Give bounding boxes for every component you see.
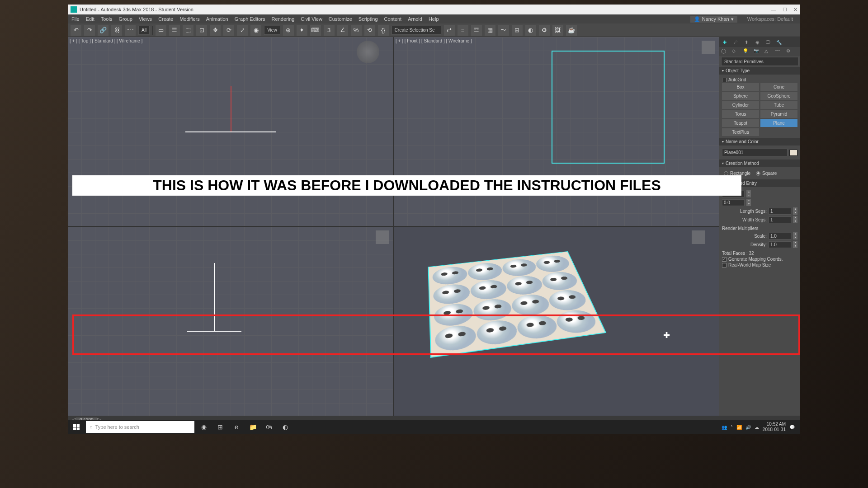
spinner-down[interactable]: ▾ [746, 202, 751, 206]
create-tab[interactable]: ✚ [721, 38, 728, 46]
clock[interactable]: 10:52 AM 2018-01-31 [763, 422, 786, 432]
link-button[interactable]: 🔗 [98, 25, 108, 36]
plane-wireframe[interactable] [552, 51, 665, 164]
geometry-subtab[interactable]: ◯ [721, 48, 727, 55]
creation-method-rollout[interactable]: Creation Method [719, 160, 800, 167]
start-button[interactable] [70, 421, 83, 433]
network-icon[interactable]: 📶 [736, 425, 742, 430]
select-name-button[interactable]: ☰ [169, 25, 180, 36]
category-dropdown[interactable]: Standard Primitives [721, 57, 798, 66]
cylinder-button[interactable]: Cylinder [722, 101, 759, 109]
box-button[interactable]: Box [722, 83, 759, 91]
workspace-selector[interactable]: Workspaces: Default [744, 16, 797, 22]
redo-button[interactable]: ↷ [84, 25, 95, 36]
menu-graph-editors[interactable]: Graph Editors [235, 16, 265, 22]
edit-selection-button[interactable]: {} [378, 25, 389, 36]
name-color-rollout[interactable]: Name and Color [719, 138, 800, 145]
onedrive-icon[interactable]: ☁ [755, 425, 759, 430]
schematic-view-button[interactable]: ⊞ [512, 25, 523, 36]
named-selection-set[interactable]: Create Selection Se [392, 26, 441, 35]
gen-mapping-checkbox[interactable]: ✓ [722, 257, 726, 262]
autogrid-checkbox[interactable] [722, 78, 726, 82]
teapot-button[interactable]: Teapot [722, 119, 759, 127]
tube-button[interactable]: Tube [760, 101, 797, 109]
spinner-down[interactable]: ▾ [746, 194, 751, 197]
scale-button[interactable]: ⤢ [237, 25, 248, 36]
textplus-button[interactable]: TextPlus [722, 128, 759, 136]
window-titlebar[interactable]: Untitled - Autodesk 3ds Max 2018 - Stude… [68, 5, 800, 14]
menu-scripting[interactable]: Scripting [359, 16, 378, 22]
object-name-input[interactable] [722, 149, 788, 156]
lights-subtab[interactable]: 💡 [743, 48, 749, 55]
menu-file[interactable]: File [71, 16, 80, 22]
viewcube[interactable] [357, 41, 379, 63]
menu-create[interactable]: Create [158, 16, 173, 22]
curve-editor-button[interactable]: 〜 [498, 25, 509, 36]
selection-filter[interactable]: All [138, 26, 150, 35]
store-icon[interactable]: 🛍 [262, 421, 276, 433]
cameras-subtab[interactable]: 📷 [754, 48, 760, 55]
viewcube[interactable] [692, 230, 705, 244]
search-box[interactable]: ○ Type here to search [86, 421, 194, 433]
sphere-button[interactable]: Sphere [722, 92, 759, 100]
shapes-subtab[interactable]: ◇ [732, 48, 738, 55]
placement-button[interactable]: ◉ [250, 25, 261, 36]
menu-tools[interactable]: Tools [101, 16, 113, 22]
spare-input-b[interactable] [722, 199, 745, 206]
torus-button[interactable]: Torus [722, 110, 759, 118]
menu-help[interactable]: Help [429, 16, 439, 22]
render-frame-button[interactable]: 🖼 [552, 25, 563, 36]
close-button[interactable]: ✕ [793, 7, 797, 13]
ref-coord-system[interactable]: View [264, 26, 280, 35]
menu-arnold[interactable]: Arnold [408, 16, 422, 22]
spinner-snap-button[interactable]: ⟲ [364, 25, 375, 36]
modify-tab[interactable]: ☄ [732, 38, 739, 46]
viewport-top[interactable]: [ + ] [ Top ] [ Standard ] [ Wireframe ] [68, 37, 393, 226]
toggle-ribbon-button[interactable]: ▦ [485, 25, 495, 36]
people-icon[interactable]: 👥 [722, 425, 727, 430]
user-menu[interactable]: 👤 Nancy Khan ▾ [690, 16, 737, 23]
angle-snap-button[interactable]: ∠ [337, 25, 348, 36]
tray-expand-icon[interactable]: ˄ [731, 425, 733, 430]
plane-button[interactable]: Plane [760, 119, 797, 127]
menu-views[interactable]: Views [139, 16, 152, 22]
select-button[interactable]: ▭ [156, 25, 166, 36]
bind-button[interactable]: 〰 [125, 25, 136, 36]
chrome-icon[interactable]: ◐ [278, 421, 292, 433]
undo-button[interactable]: ↶ [71, 25, 81, 36]
mirror-button[interactable]: ⇄ [444, 25, 455, 36]
percent-snap-button[interactable]: % [351, 25, 362, 36]
spinner-up[interactable]: ▴ [793, 241, 797, 244]
systems-subtab[interactable]: ⚙ [786, 48, 793, 55]
length-segs-input[interactable] [769, 208, 791, 215]
rect-select-button[interactable]: ⬚ [183, 25, 193, 36]
unlink-button[interactable]: ⛓ [111, 25, 122, 36]
spinner-up[interactable]: ▴ [746, 199, 751, 202]
menu-content[interactable]: Content [384, 16, 402, 22]
render-setup-button[interactable]: ⚙ [539, 25, 550, 36]
minimize-button[interactable]: — [771, 7, 776, 13]
viewport-top-label[interactable]: [ + ] [ Top ] [ Standard ] [ Wireframe ] [70, 38, 142, 43]
viewcube[interactable] [702, 41, 715, 54]
square-radio[interactable]: Square [756, 171, 777, 176]
cortana-icon[interactable]: ◉ [197, 421, 211, 433]
menu-animation[interactable]: Animation [206, 16, 228, 22]
utilities-tab[interactable]: 🔧 [775, 38, 783, 46]
volume-icon[interactable]: 🔊 [745, 425, 751, 430]
spinner-down[interactable]: ▾ [793, 211, 797, 215]
geosphere-button[interactable]: GeoSphere [760, 92, 797, 100]
move-button[interactable]: ✥ [210, 25, 221, 36]
object-color-swatch[interactable] [789, 150, 797, 156]
explorer-icon[interactable]: 📁 [246, 421, 259, 433]
helpers-subtab[interactable]: △ [764, 48, 771, 55]
spacewarps-subtab[interactable]: 〰 [775, 48, 782, 55]
hierarchy-tab[interactable]: ⬍ [743, 38, 750, 46]
menu-modifiers[interactable]: Modifiers [179, 16, 200, 22]
cone-button[interactable]: Cone [760, 83, 797, 91]
viewport-front-label[interactable]: [ + ] [ Front ] [ Standard ] [ Wireframe… [396, 38, 472, 43]
real-world-checkbox[interactable] [722, 263, 726, 267]
menu-group[interactable]: Group [118, 16, 132, 22]
menu-rendering[interactable]: Rendering [272, 16, 295, 22]
keyboard-shortcut-button[interactable]: ⌨ [310, 25, 321, 36]
display-tab[interactable]: 🖵 [764, 38, 772, 46]
